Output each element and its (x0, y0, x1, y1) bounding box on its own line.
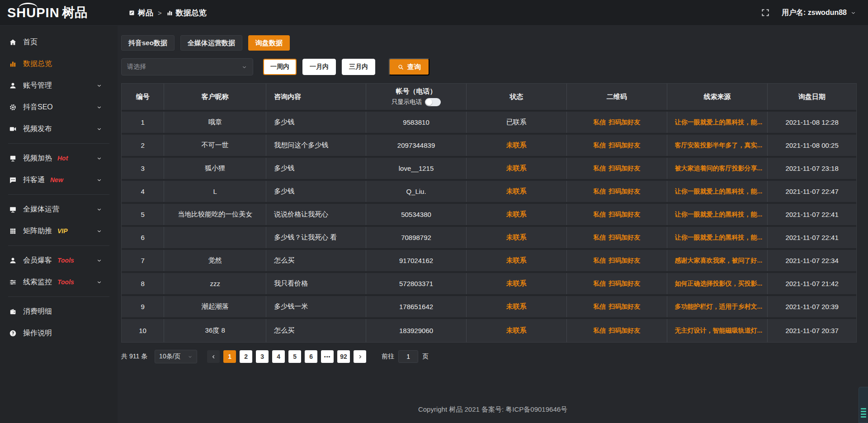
sidebar-item-label: 抖音SEO (23, 103, 53, 112)
cell-nickname: 36度 8 (164, 319, 266, 342)
fullscreen-icon[interactable] (761, 8, 770, 17)
pagination-page-4[interactable]: 4 (272, 350, 285, 363)
table-row: 2不可一世我想问这个多少钱2097344839未联系私信扫码加好友客厅安装投影半… (122, 135, 856, 158)
sidebar-item-视频发布[interactable]: 视频发布 (0, 118, 118, 140)
breadcrumb-item-树品[interactable]: 树品 (128, 8, 153, 18)
source-link[interactable]: 感谢大家喜欢我家，被问了好... (675, 257, 763, 265)
qr-action-私信[interactable]: 私信 (593, 164, 606, 173)
pagination-page-1[interactable]: 1 (223, 350, 236, 363)
source-link[interactable]: 如何正确选择投影仪，买投影... (675, 280, 763, 288)
source-link[interactable]: 让你一眼就爱上的黑科技，能... (675, 118, 763, 127)
source-link[interactable]: 让你一眼就爱上的黑科技，能... (675, 234, 763, 242)
cell-date: 2021-11-07 23:18 (768, 158, 856, 179)
source-link[interactable]: 被大家追着问的客厅投影分享... (675, 164, 763, 173)
cell-source: 让你一眼就爱上的黑科技，能... (667, 227, 768, 248)
cell-account: 178651642 (366, 296, 467, 317)
cell-qr: 私信扫码加好友 (567, 250, 667, 271)
breadcrumb-separator: > (158, 9, 162, 17)
qr-action-私信[interactable]: 私信 (593, 327, 606, 335)
cell-no: 8 (122, 273, 164, 294)
range-button-三月内[interactable]: 三月内 (342, 59, 375, 75)
bar-chart-icon (166, 9, 173, 16)
question-icon (9, 329, 17, 337)
cell-source: 感谢大家喜欢我家，被问了好... (667, 250, 768, 271)
qr-action-扫码加好友[interactable]: 扫码加好友 (609, 280, 640, 288)
source-link[interactable]: 让你一眼就爱上的黑科技，能... (675, 211, 763, 219)
column-header-咨询内容: 咨询内容 (266, 84, 366, 110)
qr-action-私信[interactable]: 私信 (593, 118, 606, 127)
sidebar-item-会员爆客[interactable]: 会员爆客Tools (0, 249, 118, 271)
page-size-select[interactable]: 10条/页 (155, 350, 197, 363)
qr-action-扫码加好友[interactable]: 扫码加好友 (609, 118, 640, 127)
tab-抖音seo数据[interactable]: 抖音seo数据 (121, 35, 175, 51)
source-link[interactable]: 无主灯设计，智能磁吸轨道灯... (675, 327, 763, 335)
sidebar-item-线索监控[interactable]: 线索监控Tools (0, 271, 118, 293)
sidebar-item-抖音SEO[interactable]: 抖音SEO (0, 96, 118, 118)
qr-action-私信[interactable]: 私信 (593, 303, 606, 311)
source-link[interactable]: 让你一眼就爱上的黑科技，能... (675, 188, 763, 196)
pagination-page-5[interactable]: 5 (288, 350, 301, 363)
video-publish-icon (9, 125, 17, 133)
breadcrumb-item-数据总览[interactable]: 数据总览 (166, 8, 207, 18)
tab-全媒体运营数据[interactable]: 全媒体运营数据 (180, 35, 242, 51)
pagination-more[interactable]: ••• (321, 350, 334, 363)
brand-logo: SHUPIN 树品 (0, 0, 118, 26)
sidebar-item-账号管理[interactable]: 账号管理 (0, 75, 118, 96)
qr-action-扫码加好友[interactable]: 扫码加好友 (609, 188, 640, 196)
qr-action-扫码加好友[interactable]: 扫码加好友 (609, 257, 640, 265)
range-button-一周内[interactable]: 一周内 (263, 59, 297, 75)
cell-account: love__1215 (366, 158, 467, 179)
source-link[interactable]: 客厅安装投影半年多了，真实... (675, 141, 763, 150)
cell-source: 让你一眼就爱上的黑科技，能... (667, 112, 768, 133)
status-badge: 未联系 (506, 279, 527, 288)
chevron-down-icon (188, 354, 193, 359)
cell-no: 7 (122, 250, 164, 271)
qr-action-私信[interactable]: 私信 (593, 257, 606, 265)
qr-action-私信[interactable]: 私信 (593, 280, 606, 288)
pagination-page-3[interactable]: 3 (256, 350, 269, 363)
cell-source: 让你一眼就爱上的黑科技，能... (667, 181, 768, 202)
range-button-一月内[interactable]: 一月内 (302, 59, 336, 75)
column-header-帐号（电话）: 帐号（电话）只显示电话 (366, 84, 467, 110)
source-link[interactable]: 多功能护栏灯，适用于乡村文... (675, 303, 763, 311)
qr-action-扫码加好友[interactable]: 扫码加好友 (609, 303, 640, 311)
cell-status: 未联系 (467, 296, 567, 317)
qr-action-私信[interactable]: 私信 (593, 211, 606, 219)
cell-no: 3 (122, 158, 164, 179)
qr-action-私信[interactable]: 私信 (593, 141, 606, 150)
sidebar-item-视频加热[interactable]: 视频加热Hot (0, 147, 118, 169)
qr-action-扫码加好友[interactable]: 扫码加好友 (609, 164, 640, 173)
qr-action-私信[interactable]: 私信 (593, 234, 606, 242)
sidebar-badge: New (50, 176, 63, 183)
tab-询盘数据[interactable]: 询盘数据 (248, 35, 290, 51)
member-icon (9, 257, 17, 264)
sidebar-item-消费明细[interactable]: 消费明细 (0, 301, 118, 322)
sidebar-item-数据总览[interactable]: 数据总览 (0, 53, 118, 75)
goto-page-input[interactable] (398, 350, 418, 363)
pagination-total: 共 911 条 (121, 352, 147, 361)
pagination-page-92[interactable]: 92 (337, 350, 350, 363)
floating-widget[interactable] (859, 387, 868, 423)
qr-action-扫码加好友[interactable]: 扫码加好友 (609, 234, 640, 242)
sidebar-item-操作说明[interactable]: 操作说明 (0, 322, 118, 344)
pagination-page-6[interactable]: 6 (305, 350, 317, 363)
sidebar-badge: Hot (57, 155, 68, 162)
filter-select[interactable]: 请选择 (121, 58, 253, 75)
query-button[interactable]: 查询 (389, 58, 429, 75)
user-menu[interactable]: 用户名: zswodun88 (782, 8, 856, 18)
sidebar-item-首页[interactable]: 首页 (0, 31, 118, 53)
cell-nickname: L (164, 181, 266, 202)
sidebar-item-全媒体运营[interactable]: 全媒体运营 (0, 198, 118, 220)
pagination-page-2[interactable]: 2 (240, 350, 252, 363)
next-page-button[interactable] (354, 350, 366, 363)
qr-action-扫码加好友[interactable]: 扫码加好友 (609, 327, 640, 335)
sidebar: SHUPIN 树品 首页数据总览账号管理抖音SEO视频发布视频加热Hot抖客通N… (0, 0, 118, 423)
sidebar-item-矩阵助推[interactable]: 矩阵助推VIP (0, 220, 118, 242)
phone-only-toggle[interactable] (425, 98, 441, 106)
qr-action-扫码加好友[interactable]: 扫码加好友 (609, 211, 640, 219)
cell-content: 多少钱 (266, 158, 366, 179)
qr-action-扫码加好友[interactable]: 扫码加好友 (609, 141, 640, 150)
qr-action-私信[interactable]: 私信 (593, 188, 606, 196)
sidebar-item-抖客通[interactable]: 抖客通New (0, 169, 118, 191)
prev-page-button[interactable] (207, 350, 220, 363)
